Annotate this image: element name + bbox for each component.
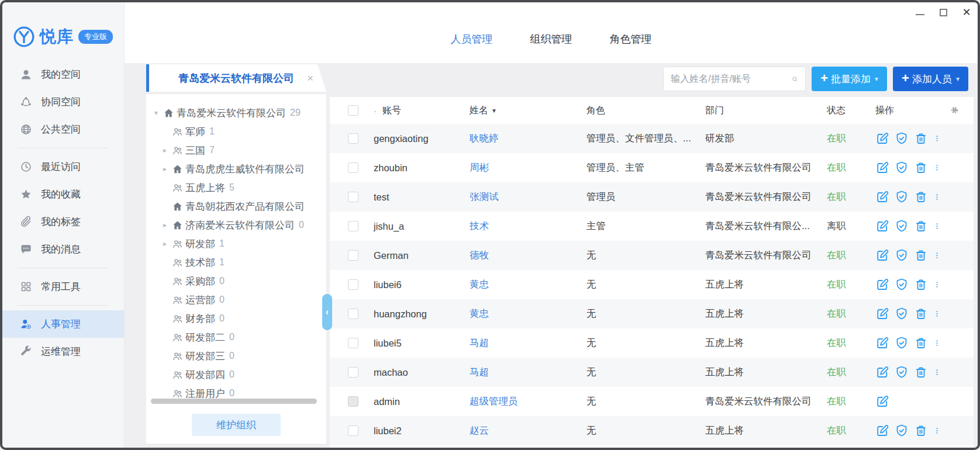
tree-node[interactable]: ▸ 济南爱米云软件有限公司 0 <box>151 216 326 234</box>
search-icon[interactable] <box>792 74 798 85</box>
trash-icon[interactable] <box>914 424 928 438</box>
column-department[interactable]: 部门 <box>705 105 827 117</box>
name-link[interactable]: 马超 <box>470 366 586 379</box>
close-button[interactable]: ✕ <box>961 7 972 18</box>
sidebar-item-ops-management[interactable]: 运维管理 <box>2 338 124 365</box>
trash-icon[interactable] <box>914 248 928 262</box>
edit-icon[interactable] <box>875 278 889 292</box>
more-icon[interactable] <box>933 248 941 262</box>
org-tab-close-icon[interactable]: × <box>307 72 313 85</box>
tree-node[interactable]: 青岛朝花西农产品有限公司 <box>151 197 326 216</box>
row-checkbox[interactable] <box>348 162 358 173</box>
shield-check-icon[interactable] <box>895 424 909 438</box>
sidebar-item-favorites[interactable]: 我的收藏 <box>2 181 124 208</box>
more-icon[interactable] <box>933 131 941 146</box>
sidebar-item-my-space[interactable]: 我的空间 <box>2 61 124 88</box>
name-link[interactable]: 德牧 <box>470 249 586 262</box>
tree-node[interactable]: 研发部二 0 <box>151 328 326 347</box>
tree-node[interactable]: ▸ 研发部 1 <box>151 234 326 253</box>
trash-icon[interactable] <box>914 161 928 175</box>
edit-icon[interactable] <box>875 424 889 438</box>
tree-node[interactable]: 研发部三 0 <box>151 347 326 365</box>
maximize-button[interactable] <box>938 7 948 18</box>
sidebar-item-public-space[interactable]: 公共空间 <box>2 116 124 143</box>
tree-node[interactable]: 运营部 0 <box>151 290 326 309</box>
row-checkbox[interactable] <box>348 338 358 348</box>
horizontal-scrollbar[interactable] <box>151 399 317 404</box>
name-link[interactable]: 技术 <box>470 220 586 233</box>
column-account[interactable]: 账号 <box>382 105 401 117</box>
edit-icon[interactable] <box>875 336 889 350</box>
more-icon[interactable] <box>933 424 941 438</box>
row-checkbox[interactable] <box>348 367 358 378</box>
row-checkbox[interactable] <box>348 192 358 202</box>
name-link[interactable]: 超级管理员 <box>470 395 586 408</box>
org-tab[interactable]: 青岛爱米云软件有限公司 × <box>146 64 326 92</box>
sidebar-item-messages[interactable]: 我的消息 <box>2 236 124 263</box>
tab-organization[interactable]: 组织管理 <box>530 32 572 46</box>
name-link[interactable]: 周彬 <box>470 161 586 174</box>
more-icon[interactable] <box>933 219 941 233</box>
sidebar-item-hr-management[interactable]: 人事管理 <box>2 310 124 338</box>
more-icon[interactable] <box>933 190 941 204</box>
edit-icon[interactable] <box>875 365 889 379</box>
row-checkbox[interactable] <box>348 309 358 319</box>
trash-icon[interactable] <box>914 219 928 233</box>
shield-check-icon[interactable] <box>895 131 909 146</box>
collapsed-arrow-icon[interactable]: ▸ <box>163 146 172 154</box>
tree-node[interactable]: 技术部 1 <box>151 253 326 272</box>
tree-node[interactable]: 军师 1 <box>151 122 326 141</box>
sidebar-item-collab-space[interactable]: 协同空间 <box>2 88 124 116</box>
collapsed-arrow-icon[interactable]: ▸ <box>163 221 172 229</box>
trash-icon[interactable] <box>914 131 928 146</box>
row-checkbox[interactable] <box>348 133 358 144</box>
collapsed-arrow-icon[interactable]: ▸ <box>163 240 172 248</box>
tree-node[interactable]: ▸ 青岛虎虎生威软件有限公司 <box>151 160 326 178</box>
name-link[interactable]: 黄忠 <box>470 278 586 291</box>
tree-node[interactable]: 五虎上将 5 <box>151 178 326 197</box>
column-status[interactable]: 状态 <box>827 105 875 117</box>
shield-check-icon[interactable] <box>895 219 909 233</box>
more-icon[interactable] <box>933 278 941 292</box>
more-icon[interactable] <box>933 336 941 350</box>
tree-node[interactable]: 研发部四 0 <box>151 365 326 384</box>
column-role[interactable]: 角色 <box>586 105 705 117</box>
sidebar-item-recent[interactable]: 最近访问 <box>2 153 124 181</box>
panel-collapse-handle[interactable]: ‹ <box>322 294 332 330</box>
sort-caret-icon[interactable]: ▼ <box>491 108 497 114</box>
maintain-org-button[interactable]: 维护组织 <box>192 414 281 436</box>
gear-icon[interactable] <box>948 104 961 116</box>
trash-icon[interactable] <box>914 278 928 292</box>
shield-check-icon[interactable] <box>895 278 909 292</box>
edit-icon[interactable] <box>875 394 889 409</box>
more-icon[interactable] <box>933 161 941 175</box>
select-all-checkbox[interactable] <box>348 105 358 116</box>
collapsed-arrow-icon[interactable]: ▸ <box>163 165 172 173</box>
sidebar-item-tools[interactable]: 常用工具 <box>2 273 124 300</box>
tab-roles[interactable]: 角色管理 <box>610 32 652 46</box>
more-icon[interactable] <box>933 365 941 379</box>
expand-arrow-icon[interactable]: ▾ <box>154 109 163 117</box>
name-link[interactable]: 马超 <box>470 337 586 349</box>
row-checkbox[interactable] <box>348 250 358 261</box>
tree-node[interactable]: 财务部 0 <box>151 309 326 328</box>
name-link[interactable]: 耿晓婷 <box>470 132 586 145</box>
edit-icon[interactable] <box>875 190 889 204</box>
row-checkbox[interactable] <box>348 221 358 231</box>
edit-icon[interactable] <box>875 307 889 321</box>
tab-personnel[interactable]: 人员管理 <box>451 32 493 46</box>
tree-node-root[interactable]: ▾ 青岛爱米云软件有限公司 29 <box>151 103 326 122</box>
name-link[interactable]: 张测试 <box>470 191 586 203</box>
search-input[interactable] <box>671 74 792 84</box>
trash-icon[interactable] <box>914 307 928 321</box>
shield-check-icon[interactable] <box>895 161 909 175</box>
edit-icon[interactable] <box>875 161 889 175</box>
trash-icon[interactable] <box>914 336 928 350</box>
shield-check-icon[interactable] <box>895 248 909 262</box>
trash-icon[interactable] <box>914 365 928 379</box>
shield-check-icon[interactable] <box>895 190 909 204</box>
name-link[interactable]: 黄忠 <box>470 307 586 320</box>
trash-icon[interactable] <box>914 190 928 204</box>
shield-check-icon[interactable] <box>895 336 909 350</box>
column-name[interactable]: 姓名 <box>470 105 488 117</box>
